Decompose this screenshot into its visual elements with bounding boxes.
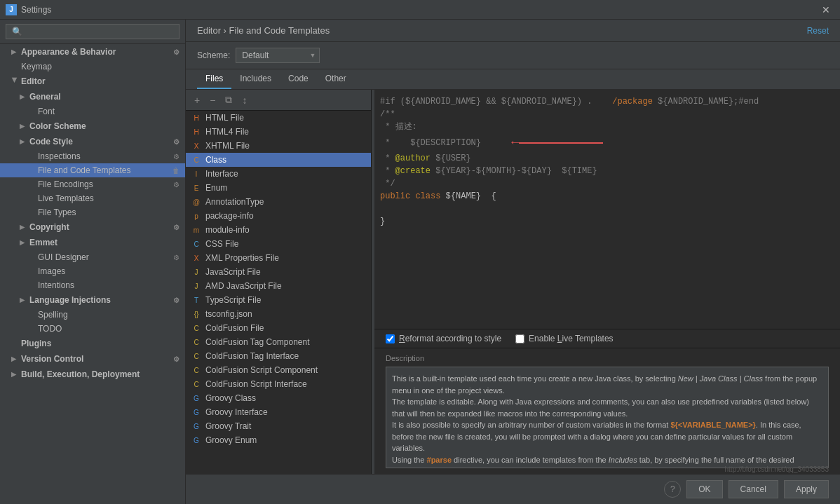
- sidebar-item-emmet[interactable]: ▶ Emmet: [0, 235, 185, 250]
- file-item-html[interactable]: H HTML File: [186, 111, 371, 125]
- breadcrumb-section: File and Code Templates: [229, 25, 330, 36]
- file-item-ts[interactable]: T TypeScript File: [186, 293, 371, 307]
- badge-fct: 🗑: [172, 167, 179, 175]
- sidebar-item-code-style[interactable]: ▶ Code Style ⚙: [0, 134, 185, 149]
- file-label-js: JavaScript File: [205, 267, 261, 277]
- tab-includes[interactable]: Includes: [231, 69, 280, 89]
- sidebar-item-images[interactable]: Images: [0, 264, 185, 278]
- enable-live-checkbox-label[interactable]: Enable Live Templates: [515, 334, 614, 343]
- enable-live-checkbox[interactable]: [515, 334, 524, 343]
- file-label-ts: TypeScript File: [205, 295, 261, 305]
- file-item-interface[interactable]: I Interface: [186, 167, 371, 181]
- groovy-enum-icon: G: [191, 435, 201, 445]
- sidebar-item-general[interactable]: ▶ General: [0, 89, 185, 104]
- sidebar-label-intentions: Intentions: [38, 280, 74, 290]
- cancel-button[interactable]: Cancel: [729, 480, 778, 498]
- sidebar-item-file-encodings[interactable]: File Encodings ⚙: [0, 177, 185, 191]
- file-item-html4[interactable]: H HTML4 File: [186, 125, 371, 139]
- help-button[interactable]: ?: [664, 481, 681, 498]
- sidebar-item-file-types[interactable]: File Types: [0, 205, 185, 219]
- titlebar-left: J Settings: [6, 4, 51, 15]
- sidebar-item-file-code-templates[interactable]: File and Code Templates 🗑: [0, 163, 185, 177]
- sidebar-item-editor[interactable]: ▶ Editor: [0, 74, 185, 89]
- code-editor-area[interactable]: #if (${ANDROID_NAME} && ${ANDROID_NAME})…: [374, 90, 840, 329]
- apply-button[interactable]: Apply: [784, 480, 829, 498]
- cf-tag-iface-icon: C: [191, 351, 201, 361]
- file-item-annotation[interactable]: @ AnnotationType: [186, 195, 371, 209]
- arrow-build: ▶: [11, 371, 18, 378]
- sidebar-label-color-scheme: Color Scheme: [29, 121, 86, 131]
- sidebar-label-font: Font: [38, 107, 55, 116]
- sidebar-item-lang-injections[interactable]: ▶ Language Injections ⚙: [0, 292, 185, 308]
- sidebar-item-gui-designer[interactable]: GUI Designer ⚙: [0, 250, 185, 264]
- file-item-xhtml[interactable]: X XHTML File: [186, 139, 371, 153]
- sidebar-item-font[interactable]: Font: [0, 104, 185, 118]
- sidebar-item-inspections[interactable]: Inspections ⚙: [0, 149, 185, 163]
- file-item-tsconfig[interactable]: {} tsconfig.json: [186, 307, 371, 321]
- cf-tag-comp-icon: C: [191, 337, 201, 347]
- sidebar-item-keymap[interactable]: Keymap: [0, 60, 185, 74]
- file-label-xml-props: XML Properties File: [205, 253, 279, 263]
- file-item-cf-script-iface[interactable]: C ColdFusion Script Interface: [186, 377, 371, 391]
- sidebar-item-intentions[interactable]: Intentions: [0, 278, 185, 292]
- arrow-color-scheme: ▶: [20, 123, 27, 130]
- move-template-button[interactable]: ↕: [239, 93, 250, 107]
- ok-button[interactable]: OK: [686, 480, 722, 498]
- file-item-groovy-iface[interactable]: G Groovy Interface: [186, 405, 371, 419]
- sidebar-item-todo[interactable]: TODO: [0, 322, 185, 336]
- sidebar-label-lt: Live Templates: [38, 193, 94, 203]
- scheme-select-wrapper[interactable]: Default Project: [236, 48, 320, 63]
- sidebar-item-live-templates[interactable]: Live Templates: [0, 191, 185, 205]
- cf-icon: C: [191, 323, 201, 333]
- file-item-cf-script-comp[interactable]: C ColdFusion Script Component: [186, 363, 371, 377]
- reset-button[interactable]: Reset: [807, 26, 829, 36]
- file-label-class: Class: [205, 155, 226, 165]
- sidebar-item-spelling[interactable]: Spelling: [0, 308, 185, 322]
- sidebar-label-li: Language Injections: [29, 295, 111, 305]
- file-item-js[interactable]: J JavaScript File: [186, 265, 371, 279]
- reformat-checkbox-label[interactable]: Reformat according to style: [386, 334, 501, 343]
- file-item-module-info[interactable]: m module-info: [186, 223, 371, 237]
- search-input[interactable]: [6, 24, 179, 39]
- file-label-interface: Interface: [205, 169, 238, 179]
- file-item-groovy-enum[interactable]: G Groovy Enum: [186, 433, 371, 447]
- copy-template-button[interactable]: ⧉: [222, 93, 235, 107]
- scheme-select[interactable]: Default Project: [236, 48, 320, 63]
- file-item-class[interactable]: C Class: [186, 153, 371, 167]
- tab-code[interactable]: Code: [280, 69, 317, 89]
- remove-template-button[interactable]: −: [207, 93, 218, 107]
- class-icon: C: [191, 155, 201, 165]
- add-template-button[interactable]: +: [191, 93, 203, 107]
- file-item-css[interactable]: C CSS File: [186, 237, 371, 251]
- enum-icon: E: [191, 183, 201, 193]
- sidebar-item-version-control[interactable]: ▶ Version Control ⚙: [0, 351, 185, 367]
- file-item-cf-tag-comp[interactable]: C ColdFusion Tag Component: [186, 335, 371, 349]
- file-label-groovy-enum: Groovy Enum: [205, 435, 257, 445]
- sidebar-item-copyright[interactable]: ▶ Copyright ⚙: [0, 219, 185, 235]
- file-item-cf-tag-iface[interactable]: C ColdFusion Tag Interface: [186, 349, 371, 363]
- js-icon: J: [191, 267, 201, 277]
- file-item-amd-js[interactable]: J AMD JavaScript File: [186, 279, 371, 293]
- search-box[interactable]: [0, 20, 185, 44]
- sidebar: ▶ Appearance & Behavior ⚙ Keymap ▶ Edito…: [0, 20, 186, 504]
- ts-icon: T: [191, 295, 201, 305]
- sidebar-item-appearance[interactable]: ▶ Appearance & Behavior ⚙: [0, 44, 185, 60]
- file-item-xml-props[interactable]: X XML Properties File: [186, 251, 371, 265]
- tab-files[interactable]: Files: [197, 69, 231, 89]
- sidebar-label-code-style: Code Style: [29, 137, 73, 147]
- xhtml-icon: X: [191, 141, 201, 151]
- file-item-coldfusion[interactable]: C ColdFusion File: [186, 321, 371, 335]
- sidebar-item-plugins[interactable]: Plugins: [0, 336, 185, 351]
- file-item-package-info[interactable]: p package-info: [186, 209, 371, 223]
- close-button[interactable]: ✕: [818, 3, 834, 17]
- reformat-checkbox[interactable]: [386, 334, 395, 343]
- badge-vc: ⚙: [173, 355, 179, 363]
- file-item-enum[interactable]: E Enum: [186, 181, 371, 195]
- tab-other[interactable]: Other: [317, 69, 355, 89]
- sidebar-label-fe: File Encodings: [38, 179, 93, 189]
- file-item-groovy-class[interactable]: G Groovy Class: [186, 391, 371, 405]
- sidebar-item-color-scheme[interactable]: ▶ Color Scheme: [0, 118, 185, 134]
- sidebar-label-build: Build, Execution, Deployment: [21, 369, 140, 379]
- sidebar-item-build[interactable]: ▶ Build, Execution, Deployment: [0, 367, 185, 382]
- file-item-groovy-trait[interactable]: G Groovy Trait: [186, 419, 371, 433]
